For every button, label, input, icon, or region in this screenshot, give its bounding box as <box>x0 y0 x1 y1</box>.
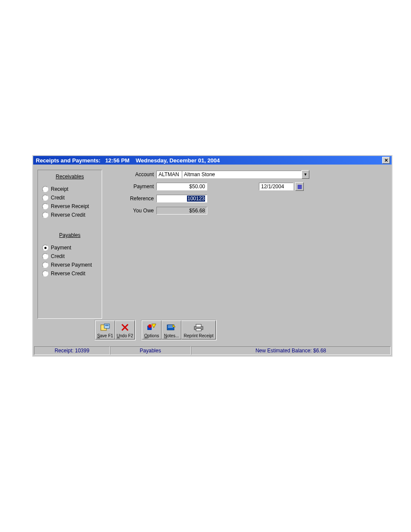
radio-icon <box>42 186 48 192</box>
svg-rect-2 <box>105 325 109 325</box>
close-button[interactable]: ✕ <box>382 157 390 164</box>
payment-label: Payment <box>106 184 156 190</box>
toolbar-group-2: Options Notes... <box>141 320 217 340</box>
receivables-heading: Receivables <box>38 174 102 180</box>
notes-icon <box>167 321 176 333</box>
calendar-button[interactable]: ▦ <box>295 182 304 191</box>
svg-rect-15 <box>196 329 201 331</box>
account-name-input[interactable] <box>182 171 302 178</box>
toolbar-group-1: Save F1 Undo F2 <box>94 320 136 340</box>
title-text: Receipts and Payments: 12:56 PM Wednesda… <box>36 157 382 164</box>
save-icon <box>100 321 110 333</box>
dialog-body: Receivables Receipt Credit Reverse Recei… <box>33 165 392 335</box>
transaction-type-panel: Receivables Receipt Credit Reverse Recei… <box>37 170 102 319</box>
undo-button[interactable]: Undo F2 <box>115 320 135 339</box>
options-icon <box>147 321 156 333</box>
payment-amount-input[interactable] <box>156 183 207 190</box>
radio-label: Payment <box>51 245 71 251</box>
you-owe-row: You Owe $56.68 <box>106 206 387 215</box>
radio-reverse-credit-pay[interactable]: Reverse Credit <box>38 269 102 278</box>
notes-button-label: Notes... <box>164 333 179 338</box>
options-button[interactable]: Options <box>142 320 162 339</box>
radio-icon <box>42 271 48 277</box>
radio-icon <box>42 212 48 218</box>
calendar-icon: ▦ <box>297 184 302 190</box>
radio-label: Receipt <box>51 186 68 192</box>
status-receipt: Receipt: 10399 <box>34 346 110 355</box>
account-dropdown-button[interactable]: ▼ <box>302 170 309 179</box>
radio-reverse-payment[interactable]: Reverse Payment <box>38 261 102 269</box>
payment-row: Payment ▦ <box>106 182 387 191</box>
radio-label: Reverse Payment <box>51 262 92 268</box>
reference-input[interactable]: 100123 <box>156 195 207 202</box>
svg-rect-3 <box>105 326 109 326</box>
account-row: Account ▼ <box>106 170 387 179</box>
toolbar: Save F1 Undo F2 <box>94 320 222 340</box>
reference-row: Reference 100123 <box>106 194 387 203</box>
reprint-receipt-button[interactable]: Reprint Receipt <box>181 320 216 339</box>
fields-area: Account ▼ Payment ▦ Reference 100123 <box>106 170 387 218</box>
statusbar: Receipt: 10399 Payables New Estimated Ba… <box>34 346 391 355</box>
svg-marker-7 <box>152 324 156 328</box>
radio-credit-recv[interactable]: Credit <box>38 193 102 202</box>
save-button[interactable]: Save F1 <box>95 320 115 339</box>
radio-reverse-credit-recv[interactable]: Reverse Credit <box>38 211 102 219</box>
radio-label: Reverse Credit <box>51 212 85 218</box>
undo-button-label: Undo F2 <box>117 333 133 338</box>
status-mode: Payables <box>110 346 191 355</box>
radio-dot-icon <box>44 247 47 249</box>
radio-icon <box>42 203 48 209</box>
options-button-label: Options <box>144 333 159 338</box>
radio-icon <box>42 245 48 251</box>
radio-label: Reverse Credit <box>51 271 85 277</box>
radio-label: Credit <box>51 195 65 201</box>
svg-rect-10 <box>168 326 173 326</box>
radio-receipt[interactable]: Receipt <box>38 185 102 193</box>
you-owe-label: You Owe <box>106 208 156 214</box>
payment-date-input[interactable] <box>259 183 293 190</box>
chevron-down-icon: ▼ <box>304 172 308 177</box>
you-owe-readout: $56.68 <box>156 207 207 215</box>
receipts-payments-dialog: Receipts and Payments: 12:56 PM Wednesda… <box>32 155 392 357</box>
radio-payment[interactable]: Payment <box>38 243 102 252</box>
account-code-input[interactable] <box>156 171 182 178</box>
account-label: Account <box>106 171 156 177</box>
status-balance: New Estimated Balance: $6.68 <box>191 346 391 355</box>
radio-icon <box>42 262 48 268</box>
radio-reverse-receipt[interactable]: Reverse Receipt <box>38 202 102 211</box>
save-button-label: Save F1 <box>97 333 113 338</box>
svg-point-8 <box>148 324 152 328</box>
close-icon: ✕ <box>384 158 388 163</box>
reprint-receipt-label: Reprint Receipt <box>184 333 214 338</box>
svg-rect-14 <box>196 324 201 327</box>
undo-icon <box>121 321 129 333</box>
radio-icon <box>42 253 48 259</box>
radio-credit-pay[interactable]: Credit <box>38 252 102 261</box>
radio-label: Reverse Receipt <box>51 203 89 209</box>
payables-heading: Payables <box>38 232 102 238</box>
printer-icon <box>193 321 204 333</box>
radio-icon <box>42 195 48 201</box>
titlebar[interactable]: Receipts and Payments: 12:56 PM Wednesda… <box>33 156 392 165</box>
reference-label: Reference <box>106 196 156 202</box>
notes-button[interactable]: Notes... <box>162 320 181 339</box>
radio-label: Credit <box>51 253 65 259</box>
svg-rect-11 <box>168 327 173 327</box>
